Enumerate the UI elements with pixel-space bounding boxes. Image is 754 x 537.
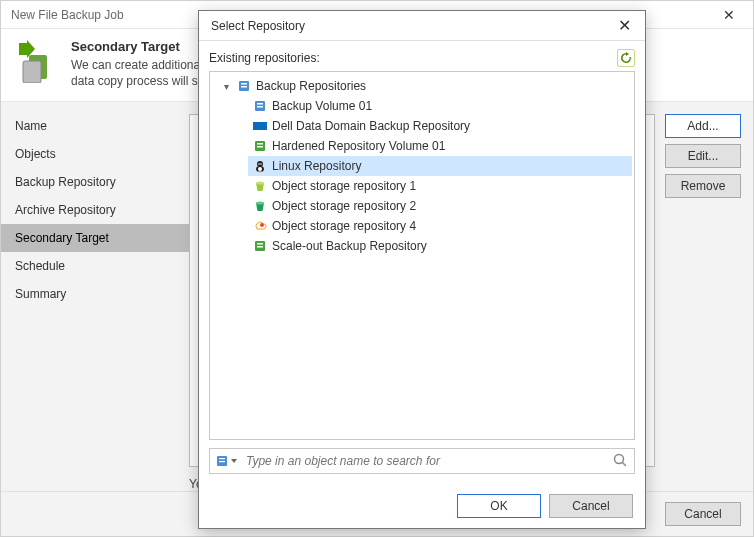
repo-item-label: Backup Volume 01 xyxy=(272,99,372,113)
refresh-icon[interactable] xyxy=(617,49,635,67)
repo-item-label: Object storage repository 2 xyxy=(272,199,416,213)
remove-button[interactable]: Remove xyxy=(665,174,741,198)
tree-root-label: Backup Repositories xyxy=(256,79,366,93)
cloud-icon xyxy=(252,218,268,234)
repo-item-object-storage-repository-1[interactable]: Object storage repository 1 xyxy=(248,176,632,196)
svg-point-16 xyxy=(260,163,262,165)
disk-blue-icon xyxy=(252,98,268,114)
nav-item-name[interactable]: Name xyxy=(1,112,189,140)
disk-green-icon xyxy=(252,238,268,254)
dialog-footer: OK Cancel xyxy=(199,484,645,528)
dell-icon xyxy=(252,118,268,134)
svg-rect-25 xyxy=(219,461,225,462)
nav-item-archive-repository[interactable]: Archive Repository xyxy=(1,196,189,224)
search-icon[interactable] xyxy=(612,452,628,471)
repo-item-label: Dell Data Domain Backup Repository xyxy=(272,119,470,133)
side-buttons: Add... Edit... Remove xyxy=(665,114,741,491)
repo-item-hardened-repository-volume-01[interactable]: Hardened Repository Volume 01 xyxy=(248,136,632,156)
nav-item-schedule[interactable]: Schedule xyxy=(1,252,189,280)
repo-item-linux-repository[interactable]: Linux Repository xyxy=(248,156,632,176)
repo-item-label: Object storage repository 4 xyxy=(272,219,416,233)
nav-item-secondary-target[interactable]: Secondary Target xyxy=(1,224,189,252)
repo-item-label: Scale-out Backup Repository xyxy=(272,239,427,253)
repo-item-label: Object storage repository 1 xyxy=(272,179,416,193)
cancel-button[interactable]: Cancel xyxy=(549,494,633,518)
svg-rect-22 xyxy=(257,246,263,248)
bucket-green-icon xyxy=(252,198,268,214)
linux-icon xyxy=(252,158,268,174)
svg-rect-3 xyxy=(241,83,247,85)
chevron-down-icon[interactable]: ▾ xyxy=(220,81,232,92)
svg-rect-6 xyxy=(257,103,263,105)
repositories-group-icon xyxy=(236,78,252,94)
search-input[interactable] xyxy=(244,453,606,469)
repo-item-label: Linux Repository xyxy=(272,159,361,173)
secondary-target-icon xyxy=(15,39,59,83)
svg-rect-24 xyxy=(219,458,225,459)
svg-point-26 xyxy=(615,454,624,463)
svg-point-15 xyxy=(258,163,260,165)
svg-point-19 xyxy=(260,223,264,227)
svg-point-17 xyxy=(256,182,264,185)
repository-filter-icon[interactable] xyxy=(216,454,238,468)
repo-item-backup-volume-01[interactable]: Backup Volume 01 xyxy=(248,96,632,116)
repo-item-object-storage-repository-2[interactable]: Object storage repository 2 xyxy=(248,196,632,216)
tree-root-node[interactable]: ▾ Backup Repositories xyxy=(216,76,632,96)
svg-rect-7 xyxy=(257,106,263,108)
repo-item-dell-data-domain-backup-repository[interactable]: Dell Data Domain Backup Repository xyxy=(248,116,632,136)
add-button[interactable]: Add... xyxy=(665,114,741,138)
edit-button[interactable]: Edit... xyxy=(665,144,741,168)
disk-green-icon xyxy=(252,138,268,154)
svg-point-18 xyxy=(256,202,264,205)
dialog-body: Existing repositories: ▾ Backup Reposito… xyxy=(199,41,645,484)
svg-rect-21 xyxy=(257,243,263,245)
wizard-cancel-button[interactable]: Cancel xyxy=(665,502,741,526)
repository-tree[interactable]: ▾ Backup Repositories Backup Volume 01De… xyxy=(209,71,635,440)
bucket-lime-icon xyxy=(252,178,268,194)
repo-item-object-storage-repository-4[interactable]: Object storage repository 4 xyxy=(248,216,632,236)
svg-rect-4 xyxy=(241,86,247,88)
repo-item-label: Hardened Repository Volume 01 xyxy=(272,139,445,153)
svg-rect-10 xyxy=(257,143,263,145)
svg-rect-11 xyxy=(257,146,263,148)
ok-button[interactable]: OK xyxy=(457,494,541,518)
nav-item-summary[interactable]: Summary xyxy=(1,280,189,308)
search-bar xyxy=(209,448,635,474)
existing-repositories-label: Existing repositories: xyxy=(209,51,617,65)
wizard-nav: NameObjectsBackup RepositoryArchive Repo… xyxy=(1,102,189,491)
svg-line-27 xyxy=(623,462,627,466)
repo-item-scale-out-backup-repository[interactable]: Scale-out Backup Repository xyxy=(248,236,632,256)
dialog-titlebar: Select Repository ✕ xyxy=(199,11,645,41)
svg-point-14 xyxy=(258,167,262,171)
svg-rect-1 xyxy=(23,61,41,83)
svg-rect-8 xyxy=(253,122,267,130)
wizard-close-icon[interactable]: ✕ xyxy=(711,7,747,23)
dialog-title: Select Repository xyxy=(211,19,607,33)
dialog-close-icon[interactable]: ✕ xyxy=(607,16,641,35)
nav-item-backup-repository[interactable]: Backup Repository xyxy=(1,168,189,196)
select-repository-dialog: Select Repository ✕ Existing repositorie… xyxy=(198,10,646,529)
nav-item-objects[interactable]: Objects xyxy=(1,140,189,168)
